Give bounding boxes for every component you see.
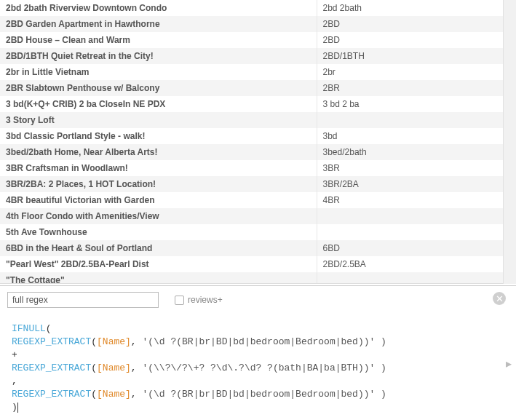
field-name-input[interactable] bbox=[7, 292, 159, 308]
cell-name: 4th Floor Condo with Amenities/View bbox=[0, 208, 317, 224]
table-row[interactable]: 3bed/2bath Home, Near Alberta Arts!3bed/… bbox=[0, 144, 503, 160]
table-row[interactable]: 2BD/1BTH Quiet Retreat in the City!2BD/1… bbox=[0, 48, 503, 64]
cell-name: 2BR Slabtown Penthouse w/ Balcony bbox=[0, 80, 317, 96]
cell-name: 2BD House – Clean and Warm bbox=[0, 32, 317, 48]
table-row[interactable]: 2BD House – Clean and Warm2BD bbox=[0, 32, 503, 48]
table-row[interactable]: "The Cottage" bbox=[0, 272, 503, 284]
calculation-editor: reviews+ ✕ IFNULL( REGEXP_EXTRACT([Name]… bbox=[0, 285, 516, 420]
table-row[interactable]: 2br in Little Vietnam2br bbox=[0, 64, 503, 80]
field-ref-3: [Name] bbox=[97, 389, 131, 400]
chevron-right-icon[interactable]: ▸ bbox=[506, 357, 512, 371]
table-row[interactable]: 3 Story Loft bbox=[0, 112, 503, 128]
cell-name: 3bd Classic Portland Style - walk! bbox=[0, 128, 317, 144]
cell-name: 2bd 2bath Riverview Downtown Condo bbox=[0, 0, 317, 16]
table-row[interactable]: 2BR Slabtown Penthouse w/ Balcony2BR bbox=[0, 80, 503, 96]
cell-match: 2br bbox=[317, 64, 503, 80]
cell-match: 2BD bbox=[317, 32, 503, 48]
pattern-3: '(\d ?(BR|br|BD|bd|bedroom|Bedroom|bed))… bbox=[142, 389, 386, 400]
table-row[interactable]: 5th Ave Townhouse bbox=[0, 224, 503, 240]
cell-match bbox=[317, 208, 503, 224]
cell-name: 4BR beautiful Victorian with Garden bbox=[0, 192, 317, 208]
results-table: 2bd 2bath Riverview Downtown Condo2bd 2b… bbox=[0, 0, 503, 284]
checkbox-icon bbox=[175, 296, 184, 305]
table-row[interactable]: "Pearl West" 2BD/2.5BA-Pearl Dist2BD/2.5… bbox=[0, 256, 503, 272]
cell-match: 2BR bbox=[317, 80, 503, 96]
cell-match bbox=[317, 224, 503, 240]
fn-regexp-2: REGEXP_EXTRACT bbox=[12, 362, 91, 373]
cell-name: 6BD in the Heart & Soul of Portland bbox=[0, 240, 317, 256]
table-row[interactable]: 4BR beautiful Victorian with Garden4BR bbox=[0, 192, 503, 208]
comma-sep: , bbox=[12, 376, 17, 387]
cell-match: 3bed/2bath bbox=[317, 144, 503, 160]
cell-match: 3BR/2BA bbox=[317, 176, 503, 192]
cell-name: 3BR Craftsman in Woodlawn! bbox=[0, 160, 317, 176]
cell-match: 6BD bbox=[317, 240, 503, 256]
table-row[interactable]: 3BR Craftsman in Woodlawn!3BR bbox=[0, 160, 503, 176]
field-ref-2: [Name] bbox=[97, 362, 131, 373]
table-row[interactable]: 3bd Classic Portland Style - walk!3bd bbox=[0, 128, 503, 144]
cell-match bbox=[317, 272, 503, 284]
cell-name: "Pearl West" 2BD/2.5BA-Pearl Dist bbox=[0, 256, 317, 272]
table-row[interactable]: 2bd 2bath Riverview Downtown Condo2bd 2b… bbox=[0, 0, 503, 16]
cell-match: 3bd bbox=[317, 128, 503, 144]
cell-name: 2BD/1BTH Quiet Retreat in the City! bbox=[0, 48, 317, 64]
close-icon[interactable]: ✕ bbox=[493, 292, 506, 305]
cell-match bbox=[317, 112, 503, 128]
cell-name: 5th Ave Townhouse bbox=[0, 224, 317, 240]
cell-name: 2BD Garden Apartment in Hawthorne bbox=[0, 16, 317, 32]
close-paren: ) bbox=[12, 402, 17, 413]
cell-match: 2bd 2bath bbox=[317, 0, 503, 16]
text-cursor bbox=[17, 403, 18, 413]
formula-code[interactable]: IFNULL( REGEXP_EXTRACT([Name], '(\d ?(BR… bbox=[0, 314, 516, 420]
cell-match: 2BD bbox=[317, 16, 503, 32]
plus-op: + bbox=[12, 349, 17, 360]
cell-name: 3BR/2BA: 2 Places, 1 HOT Location! bbox=[0, 176, 317, 192]
checkbox-label: reviews+ bbox=[188, 295, 223, 305]
table-row[interactable]: 6BD in the Heart & Soul of Portland6BD bbox=[0, 240, 503, 256]
dependency-toggle[interactable]: reviews+ bbox=[175, 295, 223, 305]
table-scrollbar[interactable] bbox=[503, 0, 516, 284]
cell-match: 3BR bbox=[317, 160, 503, 176]
cell-name: "The Cottage" bbox=[0, 272, 317, 284]
editor-header: reviews+ ✕ bbox=[0, 286, 516, 314]
cell-name: 2br in Little Vietnam bbox=[0, 64, 317, 80]
field-ref-1: [Name] bbox=[97, 336, 131, 347]
pattern-1: '(\d ?(BR|br|BD|bd|bedroom|Bedroom|bed))… bbox=[142, 336, 386, 347]
cell-match: 3 bd 2 ba bbox=[317, 96, 503, 112]
fn-regexp-3: REGEXP_EXTRACT bbox=[12, 389, 91, 400]
cell-match: 4BR bbox=[317, 192, 503, 208]
fn-ifnull: IFNULL bbox=[12, 323, 46, 334]
table-row[interactable]: 3BR/2BA: 2 Places, 1 HOT Location!3BR/2B… bbox=[0, 176, 503, 192]
cell-name: 3 bd(K+Q+ CRIB) 2 ba CloseIn NE PDX bbox=[0, 96, 317, 112]
table-row[interactable]: 3 bd(K+Q+ CRIB) 2 ba CloseIn NE PDX3 bd … bbox=[0, 96, 503, 112]
cell-name: 3bed/2bath Home, Near Alberta Arts! bbox=[0, 144, 317, 160]
cell-match: 2BD/1BTH bbox=[317, 48, 503, 64]
table-row[interactable]: 4th Floor Condo with Amenities/View bbox=[0, 208, 503, 224]
fn-regexp-1: REGEXP_EXTRACT bbox=[12, 336, 91, 347]
results-table-wrap: 2bd 2bath Riverview Downtown Condo2bd 2b… bbox=[0, 0, 503, 284]
table-row[interactable]: 2BD Garden Apartment in Hawthorne2BD bbox=[0, 16, 503, 32]
pattern-2: '(\\?\/?\+? ?\d\.?\d? ?(bath|BA|ba|BTH))… bbox=[142, 362, 386, 373]
cell-match: 2BD/2.5BA bbox=[317, 256, 503, 272]
cell-name: 3 Story Loft bbox=[0, 112, 317, 128]
